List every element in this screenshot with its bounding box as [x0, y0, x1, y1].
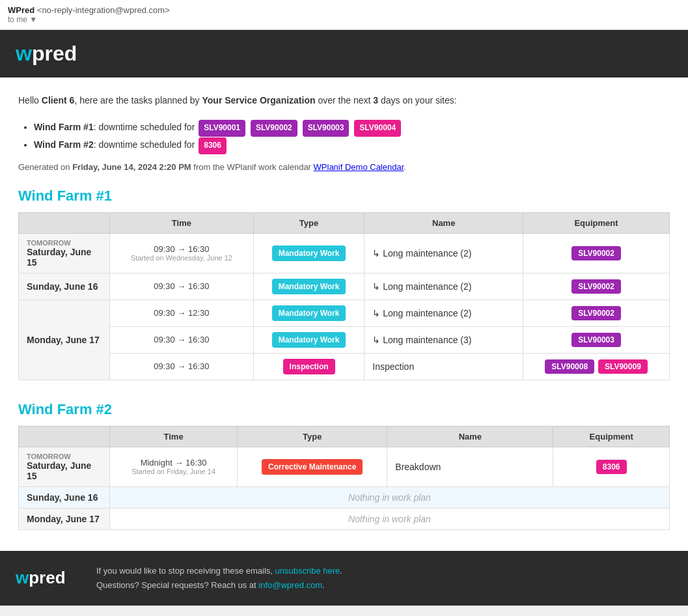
th-type-2: Type	[238, 426, 387, 447]
equip-badge-slv90008: SLV90008	[545, 359, 594, 374]
type-badge-corrective: Corrective Maintenance	[262, 459, 363, 475]
site-2-name: Wind Farm #2	[34, 139, 94, 150]
time-value: 09:30 → 12:30	[118, 308, 245, 318]
time-value: 09:30 → 16:30	[118, 244, 245, 254]
badge-8306: 8306	[199, 137, 227, 154]
greeting-end: days on your sites:	[378, 95, 457, 105]
day-label-big: Sunday, June 16	[27, 492, 102, 503]
equip-cell: SLV90002	[523, 233, 670, 273]
footer-logo-w: w	[16, 568, 29, 588]
table-row: 09:30 → 16:30 Mandatory Work ↳ Long main…	[19, 326, 670, 353]
day-label-small: TOMORROW	[27, 453, 102, 460]
name-cell: ↳ Long maintenance (2)	[365, 300, 523, 326]
badge-slv90004: SLV90004	[354, 120, 401, 137]
farm2-title: Wind Farm #2	[18, 401, 670, 418]
sender-name: WPred	[8, 5, 34, 15]
unsubscribe-link[interactable]: unsubscribe here	[275, 566, 340, 576]
th-time-2: Time	[110, 426, 238, 447]
days-count: 3	[373, 95, 378, 105]
name-cell: Inspection	[365, 353, 523, 380]
client-name: Client 6	[42, 95, 75, 105]
day-cell-sat2: TOMORROW Saturday, June 15	[19, 447, 110, 486]
time-value: 09:30 → 16:30	[118, 335, 245, 344]
table-header-row-2: Time Type Name Equipment	[19, 426, 670, 447]
site-2-item: Wind Farm #2: downtime scheduled for 830…	[34, 137, 670, 154]
name-cell: ↳ Long maintenance (2)	[365, 273, 523, 300]
nothing-cell: Nothing in work plan	[110, 486, 670, 508]
footer-contact-line: Questions? Special requests? Reach us at…	[96, 578, 342, 593]
farm1-title: Wind Farm #1	[18, 188, 670, 204]
th-empty	[19, 212, 110, 233]
type-badge-mandatory: Mandatory Work	[272, 305, 346, 321]
th-name: Name	[365, 212, 523, 233]
to-me-label: to me	[8, 15, 27, 24]
time-value: 09:30 → 16:30	[118, 361, 245, 371]
time-cell: 09:30 → 16:30	[110, 353, 254, 380]
email-meta: WPred <no-reply-integration@wpred.com> t…	[0, 0, 688, 30]
generated-line: Generated on Friday, June 14, 2024 2:20 …	[18, 162, 670, 172]
to-me-arrow[interactable]: ▼	[29, 15, 37, 24]
wplanif-link[interactable]: WPlanif Demo Calendar	[314, 162, 404, 172]
table-row-nothing: Sunday, June 16 Nothing in work plan	[19, 486, 670, 508]
th-name-2: Name	[387, 426, 553, 447]
site-1-item: Wind Farm #1: downtime scheduled for SLV…	[34, 119, 670, 137]
sites-list: Wind Farm #1: downtime scheduled for SLV…	[34, 119, 670, 154]
table-row-nothing: Monday, June 17 Nothing in work plan	[19, 508, 670, 529]
time-sub: Started on Wednesday, June 12	[118, 254, 245, 262]
org-name: Your Service Organization	[202, 95, 316, 105]
equip-badge-slv90009: SLV90009	[598, 359, 648, 374]
type-cell: Inspection	[253, 353, 365, 380]
badge-slv90003: SLV90003	[303, 120, 350, 137]
site-2-text: : downtime scheduled for	[94, 139, 198, 150]
day-label-big: Saturday, June 15	[27, 247, 102, 268]
greeting-mid: , here are the tasks planned by	[74, 95, 202, 105]
day-cell-mon2: Monday, June 17	[19, 508, 110, 529]
name-cell: ↳ Long maintenance (3)	[365, 326, 523, 353]
type-badge-inspection: Inspection	[283, 359, 335, 374]
nothing-cell: Nothing in work plan	[110, 508, 670, 529]
footer-text: If you would like to stop receiving thes…	[96, 564, 342, 593]
th-equipment: Equipment	[523, 212, 670, 233]
name-cell: ↳ Long maintenance (2)	[365, 233, 523, 273]
farm2-table: Time Type Name Equipment TOMORROW Saturd…	[18, 426, 670, 530]
time-cell: 09:30 → 12:30	[110, 300, 254, 326]
time-sub: Started on Friday, June 14	[118, 468, 229, 475]
day-label-big: Saturday, June 15	[27, 460, 102, 481]
logo-w: w	[16, 42, 32, 66]
generated-suffix: from the WPlanif work calendar	[191, 162, 314, 172]
day-label-small: TOMORROW	[27, 239, 102, 247]
day-cell-monday: Monday, June 17	[19, 300, 110, 380]
day-cell-saturday: TOMORROW Saturday, June 15	[19, 233, 110, 273]
generated-period: .	[404, 162, 406, 172]
equip-cell: 8306	[553, 447, 670, 486]
day-label-big: Monday, June 17	[27, 335, 102, 345]
logo-pred: pred	[32, 42, 77, 66]
type-cell: Mandatory Work	[253, 300, 365, 326]
equip-cell: SLV90002	[523, 273, 670, 300]
badge-slv90001: SLV90001	[199, 120, 245, 137]
type-cell: Mandatory Work	[253, 273, 365, 300]
table-row: Sunday, June 16 09:30 → 16:30 Mandatory …	[19, 273, 670, 300]
type-badge-mandatory: Mandatory Work	[272, 332, 346, 348]
day-cell-sun2: Sunday, June 16	[19, 486, 110, 508]
equip-badge-slv90003: SLV90003	[571, 333, 621, 347]
type-badge-mandatory: Mandatory Work	[272, 245, 346, 261]
greeting-start: Hello	[18, 95, 42, 105]
time-cell: 09:30 → 16:30	[110, 326, 254, 353]
equip-badge-slv90002: SLV90002	[571, 246, 621, 260]
equip-cell: SLV90003	[523, 326, 670, 353]
sender-email: <no-reply-integration@wpred.com>	[37, 5, 170, 15]
time-cell: 09:30 → 16:30	[110, 273, 254, 300]
equip-badge-slv90002: SLV90002	[571, 306, 621, 320]
footer-logo: w pred	[16, 568, 81, 588]
questions-text: Questions? Special requests? Reach us at	[96, 580, 258, 590]
footer-unsubscribe-line: If you would like to stop receiving thes…	[96, 564, 342, 578]
equip-cell: SLV90002	[523, 300, 670, 326]
time-value: 09:30 → 16:30	[118, 281, 245, 291]
site-1-name: Wind Farm #1	[34, 122, 94, 132]
footer-logo-pred: pred	[29, 568, 65, 588]
type-cell: Corrective Maintenance	[238, 447, 387, 486]
site-1-text: : downtime scheduled for	[94, 122, 198, 132]
generated-date: Friday, June 14, 2024 2:20 PM	[72, 162, 191, 172]
contact-link[interactable]: info@wpred.com	[258, 580, 322, 590]
